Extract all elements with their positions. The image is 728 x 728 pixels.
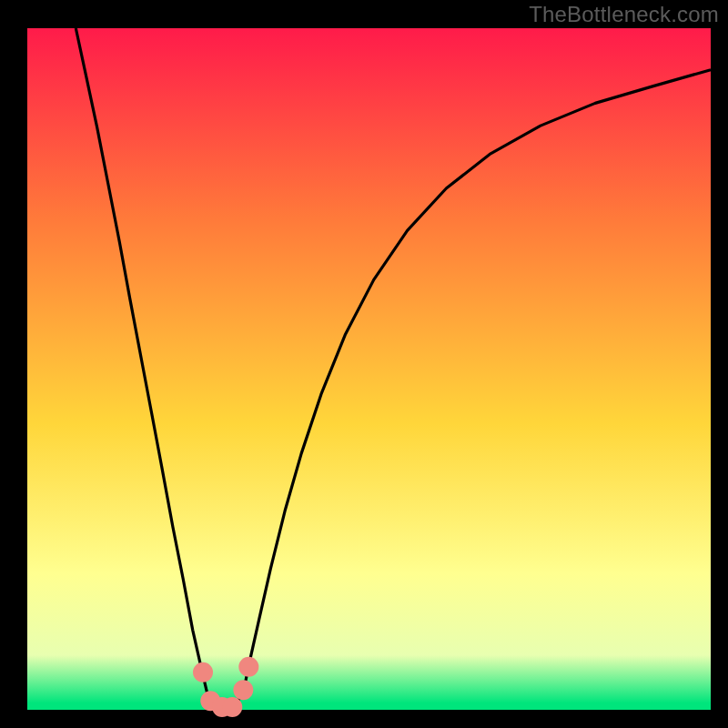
plot-background	[27, 28, 711, 710]
marker-point-f	[238, 657, 258, 677]
marker-point-d	[222, 697, 242, 717]
chart-root: TheBottleneck.com	[0, 0, 728, 728]
marker-point-e	[233, 680, 253, 700]
marker-point-a	[193, 662, 213, 682]
watermark-text: TheBottleneck.com	[529, 2, 719, 27]
chart-svg	[0, 0, 728, 728]
